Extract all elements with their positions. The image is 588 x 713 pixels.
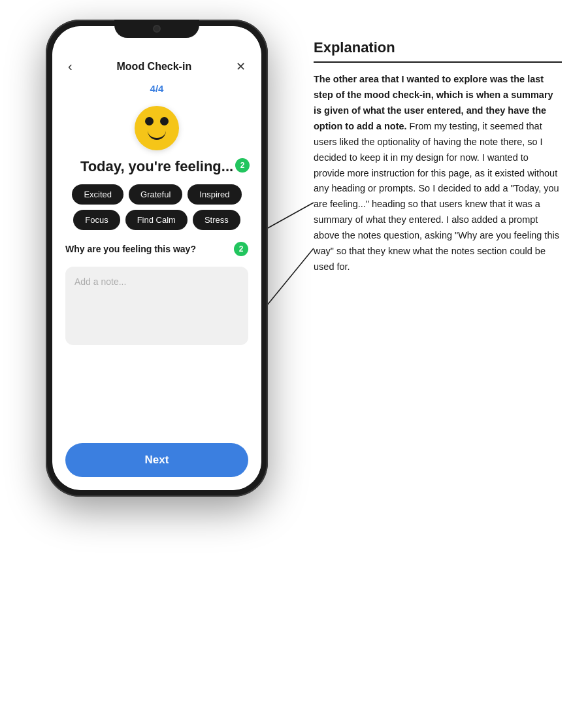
note-area[interactable]: Add a note... bbox=[65, 267, 248, 345]
explanation-body: The other area that I wanted to explore … bbox=[314, 72, 562, 275]
emoji-smile bbox=[148, 131, 166, 140]
heading-row: Today, you're feeling... 2 bbox=[52, 158, 261, 184]
progress-indicator: 4/4 bbox=[52, 80, 261, 101]
mood-tags-container: Excited Grateful Inspired Focus Find Cal… bbox=[52, 184, 261, 234]
why-label: Why are you feeling this way? bbox=[65, 244, 196, 254]
phone-camera bbox=[153, 25, 161, 33]
why-row: Why are you feeling this way? 2 bbox=[65, 242, 248, 256]
back-button[interactable]: ‹ bbox=[68, 59, 73, 74]
next-button[interactable]: Next bbox=[65, 443, 248, 477]
why-badge: 2 bbox=[234, 242, 248, 256]
mood-row-2: Focus Find Calm Stress bbox=[73, 210, 240, 230]
emoji-container bbox=[52, 101, 261, 158]
heading-badge: 2 bbox=[235, 158, 250, 173]
phone-body: ‹ Mood Check-in ✕ 4/4 bbox=[46, 20, 268, 497]
mood-tag-grateful[interactable]: Grateful bbox=[129, 184, 182, 205]
emoji-eye-right bbox=[160, 117, 169, 125]
phone-notch bbox=[114, 20, 199, 38]
mood-tag-find-calm[interactable]: Find Calm bbox=[125, 210, 188, 230]
next-btn-container: Next bbox=[52, 433, 261, 490]
mood-tag-excited[interactable]: Excited bbox=[72, 184, 123, 205]
mood-tag-inspired[interactable]: Inspired bbox=[188, 184, 241, 205]
emoji-eyes bbox=[145, 117, 169, 125]
mood-tag-focus[interactable]: Focus bbox=[73, 210, 120, 230]
mood-row-1: Excited Grateful Inspired bbox=[72, 184, 241, 205]
screen-title: Mood Check-in bbox=[117, 61, 192, 73]
why-section: Why are you feeling this way? 2 bbox=[52, 234, 261, 261]
explanation-title: Explanation bbox=[314, 39, 562, 63]
close-button[interactable]: ✕ bbox=[236, 59, 246, 74]
explanation-panel: Explanation The other area that I wanted… bbox=[314, 39, 562, 275]
note-placeholder: Add a note... bbox=[74, 276, 126, 287]
mood-tag-stress[interactable]: Stress bbox=[193, 210, 240, 230]
app-screen: ‹ Mood Check-in ✕ 4/4 bbox=[52, 26, 261, 490]
emoji-eye-left bbox=[145, 117, 154, 125]
phone-mockup: ‹ Mood Check-in ✕ 4/4 bbox=[33, 20, 281, 529]
phone-screen: ‹ Mood Check-in ✕ 4/4 bbox=[52, 26, 261, 490]
explanation-regular: From my testing, it seemed that users li… bbox=[314, 121, 559, 272]
feeling-heading: Today, you're feeling... bbox=[80, 158, 233, 175]
emoji-face bbox=[135, 106, 179, 150]
